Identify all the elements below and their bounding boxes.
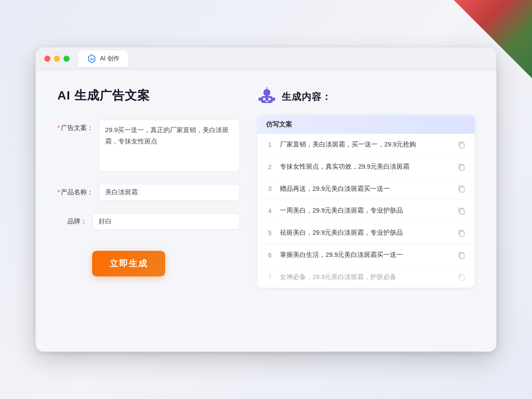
result-text-2: 专抹女性斑点，真实功效，29.9元美白淡斑霜 (280, 162, 451, 172)
result-text-6: 掌握美白生活，29.9元美白淡斑霜买一送一 (280, 250, 451, 260)
svg-rect-17 (460, 275, 464, 280)
label-brand: 品牌： (57, 213, 92, 226)
form-group-ad-copy: *广告文案： 29.9买一送一，真正的厂家直销，美白淡斑霜，专抹女性斑点 (57, 120, 240, 172)
result-num-5: 5 (266, 229, 274, 236)
copy-icon-3[interactable] (457, 184, 466, 193)
required-star-ad-copy: * (57, 124, 60, 131)
result-num-6: 6 (266, 252, 274, 259)
copy-icon-6[interactable] (457, 251, 466, 259)
svg-rect-16 (460, 253, 464, 259)
tab-label: AI 创作 (100, 55, 120, 63)
results-container: 仿写文案 1 厂家直销，美白淡斑霜，买一送一，29.9元抢购 2 专抹女性斑点，… (257, 115, 475, 288)
results-header: 仿写文案 (257, 115, 475, 134)
result-row: 3 赠品再送，29.9元美白淡斑霜买一送一 (257, 178, 475, 200)
result-row: 2 专抹女性斑点，真实功效，29.9元美白淡斑霜 (257, 156, 475, 178)
robot-icon (257, 87, 276, 106)
form-group-product-name: *产品名称： (57, 184, 240, 201)
copy-icon-5[interactable] (457, 229, 466, 237)
svg-rect-15 (460, 231, 464, 236)
result-row: 6 掌握美白生活，29.9元美白淡斑霜买一送一 (257, 244, 475, 266)
result-num-3: 3 (266, 185, 274, 192)
window-controls (44, 56, 70, 62)
copy-icon-1[interactable] (457, 140, 466, 149)
result-text-7: 女神必备，29.9元美白淡斑霜，护肤必备 (280, 273, 451, 282)
browser-tab[interactable]: AI AI 创作 (78, 50, 128, 67)
svg-point-5 (268, 98, 271, 100)
result-row: 1 厂家直销，美白淡斑霜，买一送一，29.9元抢购 (257, 134, 475, 156)
svg-text:AI: AI (90, 57, 93, 61)
svg-rect-13 (460, 187, 464, 192)
result-text-5: 祛斑美白，29.9元美白淡斑霜，专业护肤品 (280, 228, 451, 238)
browser-content: AI 生成广告文案 *广告文案： 29.9买一送一，真正的厂家直销，美白淡斑霜，… (36, 70, 496, 348)
ai-tab-icon: AI (87, 54, 96, 63)
result-row: 4 一周美白，29.9元美白淡斑霜，专业护肤品 (257, 200, 475, 222)
result-num-2: 2 (266, 163, 274, 170)
window-maximize-button[interactable] (63, 56, 70, 62)
svg-rect-14 (460, 209, 464, 214)
result-num-1: 1 (266, 141, 274, 148)
svg-rect-9 (259, 97, 261, 101)
window-minimize-button[interactable] (54, 56, 60, 62)
result-row: 5 祛斑美白，29.9元美白淡斑霜，专业护肤品 (257, 222, 475, 244)
result-num-7: 7 (266, 273, 274, 280)
textarea-ad-copy[interactable]: 29.9买一送一，真正的厂家直销，美白淡斑霜，专抹女性斑点 (99, 120, 240, 172)
left-panel: AI 生成广告文案 *广告文案： 29.9买一送一，真正的厂家直销，美白淡斑霜，… (57, 87, 240, 331)
label-product-name: *产品名称： (57, 184, 99, 196)
right-panel: 生成内容： 仿写文案 1 厂家直销，美白淡斑霜，买一送一，29.9元抢购 2 (257, 87, 475, 331)
copy-icon-7[interactable] (457, 273, 466, 281)
browser-titlebar: AI AI 创作 (36, 47, 496, 70)
svg-rect-10 (273, 97, 275, 101)
svg-rect-11 (460, 143, 464, 148)
result-num-4: 4 (266, 207, 274, 214)
right-header: 生成内容： (257, 87, 475, 106)
svg-point-8 (266, 87, 268, 88)
svg-rect-6 (266, 101, 268, 102)
result-text-1: 厂家直销，美白淡斑霜，买一送一，29.9元抢购 (280, 140, 451, 150)
svg-rect-12 (460, 165, 464, 170)
window-close-button[interactable] (44, 56, 50, 62)
copy-icon-4[interactable] (457, 206, 466, 215)
label-ad-copy: *广告文案： (57, 120, 99, 132)
svg-point-2 (263, 89, 270, 96)
required-star-product: * (57, 188, 60, 196)
result-row: 7 女神必备，29.9元美白淡斑霜，护肤必备 (257, 266, 475, 288)
result-text-3: 赠品再送，29.9元美白淡斑霜买一送一 (280, 184, 451, 194)
input-brand[interactable] (92, 213, 240, 230)
right-title: 生成内容： (282, 90, 332, 103)
browser-window: AI AI 创作 AI 生成广告文案 *广告文案： 29.9买一送一，真正的厂家… (36, 47, 496, 352)
form-group-brand: 品牌： (57, 213, 240, 230)
svg-point-4 (263, 98, 266, 100)
result-text-4: 一周美白，29.9元美白淡斑霜，专业护肤品 (280, 206, 451, 216)
input-product-name[interactable] (99, 184, 240, 201)
generate-button[interactable]: 立即生成 (92, 251, 165, 276)
page-title: AI 生成广告文案 (57, 87, 240, 104)
svg-rect-3 (261, 96, 273, 103)
copy-icon-2[interactable] (457, 163, 466, 171)
